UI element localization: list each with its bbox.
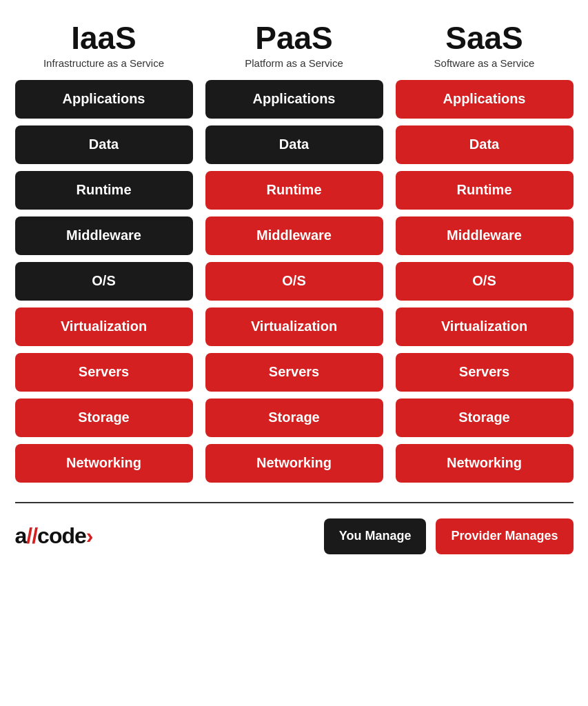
column-iaas: IaaSInfrastructure as a ServiceApplicati… bbox=[15, 21, 193, 483]
tile-iaas-servers: Servers bbox=[15, 353, 193, 392]
logo-arrow: › bbox=[86, 523, 93, 549]
logo: a//code› bbox=[15, 523, 93, 549]
tile-saas-runtime: Runtime bbox=[396, 171, 574, 210]
col-header-iaas: IaaSInfrastructure as a Service bbox=[43, 21, 164, 69]
tile-paas-storage: Storage bbox=[205, 399, 383, 437]
column-saas: SaaSSoftware as a ServiceApplicationsDat… bbox=[396, 21, 574, 483]
logo-code: code bbox=[37, 523, 86, 549]
tile-paas-servers: Servers bbox=[205, 353, 383, 392]
tile-iaas-data: Data bbox=[15, 125, 193, 164]
tile-iaas-storage: Storage bbox=[15, 399, 193, 437]
tile-paas-networking: Networking bbox=[205, 444, 383, 483]
footer: a//code› You ManageProvider Manages bbox=[15, 518, 574, 554]
col-header-paas: PaaSPlatform as a Service bbox=[245, 21, 343, 69]
stack-iaas: ApplicationsDataRuntimeMiddlewareO/SVirt… bbox=[15, 80, 193, 483]
tile-iaas-networking: Networking bbox=[15, 444, 193, 483]
tile-paas-virtualization: Virtualization bbox=[205, 307, 383, 346]
col-title-paas: PaaS bbox=[245, 21, 343, 56]
column-paas: PaaSPlatform as a ServiceApplicationsDat… bbox=[205, 21, 383, 483]
divider bbox=[15, 502, 574, 503]
tile-saas-servers: Servers bbox=[396, 353, 574, 392]
tile-paas-middleware: Middleware bbox=[205, 216, 383, 255]
legend-tile-black: You Manage bbox=[324, 518, 427, 554]
tile-iaas-runtime: Runtime bbox=[15, 171, 193, 210]
tile-iaas-o-s: O/S bbox=[15, 262, 193, 301]
col-subtitle-saas: Software as a Service bbox=[434, 57, 535, 69]
tile-saas-middleware: Middleware bbox=[396, 216, 574, 255]
tile-paas-runtime: Runtime bbox=[205, 171, 383, 210]
tile-saas-storage: Storage bbox=[396, 399, 574, 437]
col-subtitle-iaas: Infrastructure as a Service bbox=[43, 57, 164, 69]
stack-paas: ApplicationsDataRuntimeMiddlewareO/SVirt… bbox=[205, 80, 383, 483]
logo-a: a bbox=[15, 523, 27, 549]
logo-slashes: // bbox=[26, 523, 37, 549]
tile-saas-data: Data bbox=[396, 125, 574, 164]
tile-saas-o-s: O/S bbox=[396, 262, 574, 301]
tile-saas-applications: Applications bbox=[396, 80, 574, 119]
tile-iaas-applications: Applications bbox=[15, 80, 193, 119]
tile-paas-o-s: O/S bbox=[205, 262, 383, 301]
col-title-iaas: IaaS bbox=[43, 21, 164, 56]
comparison-grid: IaaSInfrastructure as a ServiceApplicati… bbox=[15, 21, 574, 483]
tile-iaas-middleware: Middleware bbox=[15, 216, 193, 255]
tile-saas-networking: Networking bbox=[396, 444, 574, 483]
legend-tile-red: Provider Manages bbox=[436, 518, 573, 554]
stack-saas: ApplicationsDataRuntimeMiddlewareO/SVirt… bbox=[396, 80, 574, 483]
tile-saas-virtualization: Virtualization bbox=[396, 307, 574, 346]
col-subtitle-paas: Platform as a Service bbox=[245, 57, 343, 69]
tile-iaas-virtualization: Virtualization bbox=[15, 307, 193, 346]
tile-paas-data: Data bbox=[205, 125, 383, 164]
col-title-saas: SaaS bbox=[434, 21, 535, 56]
tile-paas-applications: Applications bbox=[205, 80, 383, 119]
legend-area: You ManageProvider Manages bbox=[324, 518, 574, 554]
col-header-saas: SaaSSoftware as a Service bbox=[434, 21, 535, 69]
